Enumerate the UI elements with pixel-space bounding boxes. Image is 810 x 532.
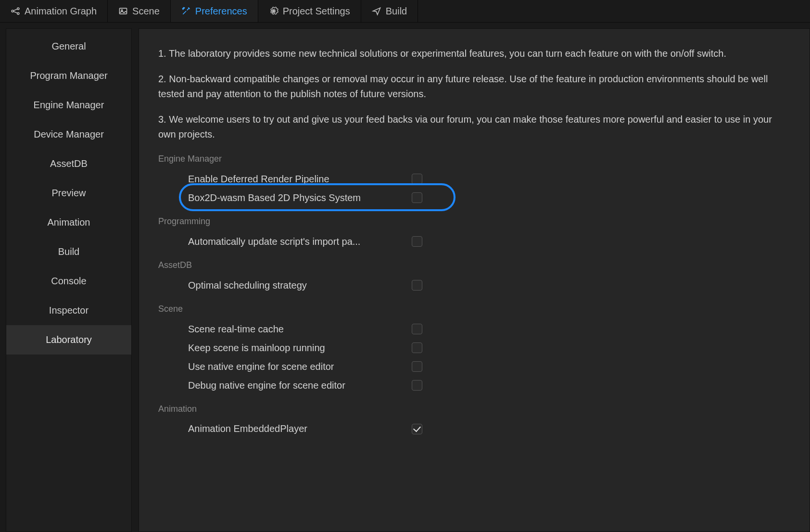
checkbox-debug-native[interactable] — [412, 380, 422, 391]
checkbox-box2d-wasm[interactable] — [412, 192, 422, 203]
svg-point-1 — [17, 8, 19, 10]
sidebar-item-program-manager[interactable]: Program Manager — [6, 61, 131, 90]
svg-point-0 — [12, 10, 13, 12]
tab-animation-graph[interactable]: Animation Graph — [0, 0, 108, 22]
sidebar-item-laboratory[interactable]: Laboratory — [6, 325, 131, 355]
setting-row-embedded-player: Animation EmbeddedPlayer — [158, 419, 786, 438]
graph-icon — [11, 6, 20, 16]
body-area: General Program Manager Engine Manager D… — [0, 23, 810, 532]
setting-label: Optimal scheduling strategy — [188, 278, 412, 293]
checkbox-optimal-scheduling[interactable] — [412, 280, 422, 291]
setting-row-box2d-wasm: Box2D-wasm Based 2D Physics System — [158, 189, 786, 207]
tab-preferences[interactable]: Preferences — [171, 0, 258, 22]
section-header-programming: Programming — [158, 215, 786, 228]
setting-label: Box2D-wasm Based 2D Physics System — [188, 190, 412, 205]
tab-label: Animation Graph — [25, 6, 97, 17]
intro-text: 1. The laboratory provides some new tech… — [158, 46, 786, 142]
sidebar-item-label: Engine Manager — [34, 100, 104, 111]
sidebar-item-animation[interactable]: Animation — [6, 208, 131, 237]
sidebar-item-label: Build — [58, 246, 79, 257]
laboratory-panel: 1. The laboratory provides some new tech… — [139, 28, 810, 532]
tab-label: Project Settings — [283, 6, 350, 17]
sidebar-item-label: Program Manager — [30, 70, 107, 81]
tab-build[interactable]: Build — [361, 0, 418, 22]
svg-line-3 — [13, 9, 17, 11]
setting-label: Animation EmbeddedPlayer — [188, 421, 412, 436]
sidebar-item-label: General — [51, 41, 86, 52]
setting-row-deferred-pipeline: Enable Deferred Render Pipeline — [158, 170, 786, 189]
checkbox-embedded-player[interactable] — [412, 424, 422, 434]
setting-label: Scene real-time cache — [188, 322, 412, 337]
svg-line-4 — [13, 12, 17, 13]
intro-paragraph: 3. We welcome users to try out and give … — [158, 112, 786, 142]
sidebar-item-inspector[interactable]: Inspector — [6, 296, 131, 325]
settings-sections: Engine ManagerEnable Deferred Render Pip… — [158, 152, 786, 438]
sidebar-item-device-manager[interactable]: Device Manager — [6, 120, 131, 149]
image-icon — [118, 6, 128, 16]
gear-icon — [269, 6, 278, 16]
setting-label: Debug native engine for scene editor — [188, 378, 412, 393]
sidebar-item-label: AssetDB — [50, 158, 88, 169]
setting-label: Enable Deferred Render Pipeline — [188, 172, 412, 187]
setting-row-mainloop-running: Keep scene is mainloop running — [158, 339, 786, 357]
sidebar-item-label: Laboratory — [46, 334, 92, 345]
checkbox-scene-cache[interactable] — [412, 324, 422, 334]
sidebar-item-label: Animation — [48, 217, 90, 228]
setting-row-scene-cache: Scene real-time cache — [158, 320, 786, 339]
tab-scene[interactable]: Scene — [108, 0, 171, 22]
section-header-scene: Scene — [158, 303, 786, 316]
checkbox-deferred-pipeline[interactable] — [412, 174, 422, 184]
sidebar-item-label: Console — [51, 276, 86, 287]
top-tab-bar: Animation Graph Scene Preferences Projec… — [0, 0, 810, 23]
setting-row-native-engine: Use native engine for scene editor — [158, 357, 786, 376]
sidebar-item-preview[interactable]: Preview — [6, 178, 131, 208]
setting-row-debug-native: Debug native engine for scene editor — [158, 376, 786, 395]
intro-paragraph: 1. The laboratory provides some new tech… — [158, 46, 786, 61]
tab-label: Scene — [132, 6, 160, 17]
checkbox-native-engine[interactable] — [412, 361, 422, 372]
section-header-animation: Animation — [158, 403, 786, 416]
setting-row-optimal-scheduling: Optimal scheduling strategy — [158, 276, 786, 295]
svg-point-7 — [272, 10, 275, 13]
tab-label: Build — [386, 6, 407, 17]
sidebar-item-label: Device Manager — [34, 129, 104, 140]
tools-icon — [181, 6, 191, 16]
sidebar-item-label: Inspector — [49, 305, 89, 316]
sidebar-item-console[interactable]: Console — [6, 266, 131, 296]
svg-point-2 — [17, 13, 19, 14]
setting-row-auto-update-import: Automatically update script's import pa.… — [158, 232, 786, 251]
section-header-engine-manager: Engine Manager — [158, 152, 786, 166]
sidebar-item-engine-manager[interactable]: Engine Manager — [6, 90, 131, 120]
sidebar-item-assetdb[interactable]: AssetDB — [6, 149, 131, 178]
setting-label: Use native engine for scene editor — [188, 359, 412, 374]
checkbox-mainloop-running[interactable] — [412, 342, 422, 353]
preferences-sidebar: General Program Manager Engine Manager D… — [6, 28, 132, 532]
intro-paragraph: 2. Non-backward compatible changes or re… — [158, 72, 786, 101]
setting-label: Automatically update script's import pa.… — [188, 234, 412, 249]
checkbox-auto-update-import[interactable] — [412, 236, 422, 247]
tab-label: Preferences — [195, 6, 247, 17]
sidebar-item-build[interactable]: Build — [6, 237, 131, 266]
sidebar-item-general[interactable]: General — [6, 32, 131, 61]
setting-label: Keep scene is mainloop running — [188, 341, 412, 355]
send-icon — [372, 6, 381, 16]
sidebar-item-label: Preview — [51, 188, 86, 199]
section-header-assetdb: AssetDB — [158, 259, 786, 272]
tab-project-settings[interactable]: Project Settings — [258, 0, 361, 22]
